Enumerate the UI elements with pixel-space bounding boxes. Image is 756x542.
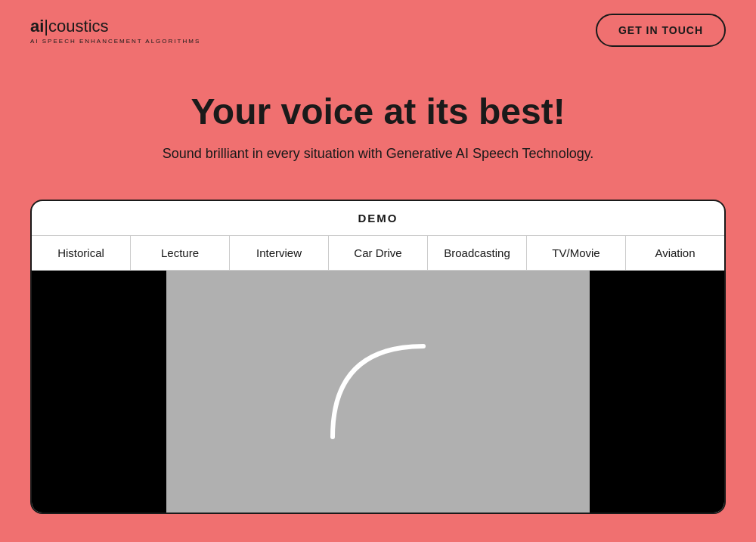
demo-tabs: HistoricalLectureInterviewCar DriveBroad… — [32, 236, 724, 271]
demo-tab-aviation[interactable]: Aviation — [626, 236, 724, 270]
demo-tab-tv-movie[interactable]: TV/Movie — [527, 236, 626, 270]
logo: ai|coustics AI SPEECH ENHANCEMENT ALGORI… — [30, 17, 200, 45]
get-in-touch-button[interactable]: GET IN TOUCH — [596, 14, 726, 47]
demo-container: DEMO HistoricalLectureInterviewCar Drive… — [30, 200, 726, 514]
logo-main: ai|coustics — [30, 17, 200, 36]
demo-tab-broadcasting[interactable]: Broadcasting — [428, 236, 527, 270]
logo-coustics-text: coustics — [48, 17, 108, 36]
demo-header-label: DEMO — [32, 201, 724, 236]
video-arc-graphic — [302, 316, 454, 467]
hero-subtitle: Sound brilliant in every situation with … — [15, 146, 741, 162]
header: ai|coustics AI SPEECH ENHANCEMENT ALGORI… — [0, 0, 756, 60]
demo-tab-car-drive[interactable]: Car Drive — [329, 236, 428, 270]
logo-subtitle: AI SPEECH ENHANCEMENT ALGORITHMS — [30, 38, 200, 45]
logo-ai-text: ai — [30, 17, 44, 36]
video-frame — [166, 271, 590, 513]
hero-section: Your voice at its best! Sound brilliant … — [0, 60, 756, 184]
hero-title: Your voice at its best! — [15, 91, 741, 132]
demo-tab-lecture[interactable]: Lecture — [131, 236, 230, 270]
demo-video-area — [32, 271, 724, 513]
demo-tab-interview[interactable]: Interview — [230, 236, 329, 270]
demo-tab-historical[interactable]: Historical — [32, 236, 131, 270]
